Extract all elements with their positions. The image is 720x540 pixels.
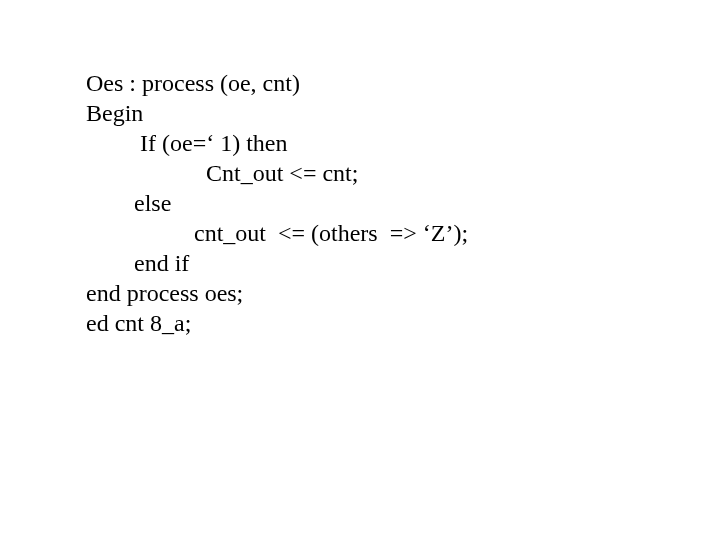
code-line-1: Oes : process (oe, cnt): [86, 68, 720, 98]
code-slide: Oes : process (oe, cnt) Begin If (oe=‘ 1…: [0, 0, 720, 540]
code-line-8: end process oes;: [86, 278, 720, 308]
code-line-9: ed cnt 8_a;: [86, 308, 720, 338]
code-line-7: end if: [86, 248, 720, 278]
code-line-2: Begin: [86, 98, 720, 128]
code-line-3: If (oe=‘ 1) then: [86, 128, 720, 158]
code-line-4: Cnt_out <= cnt;: [86, 158, 720, 188]
code-line-6: cnt_out <= (others => ‘Z’);: [86, 218, 720, 248]
code-line-5: else: [86, 188, 720, 218]
